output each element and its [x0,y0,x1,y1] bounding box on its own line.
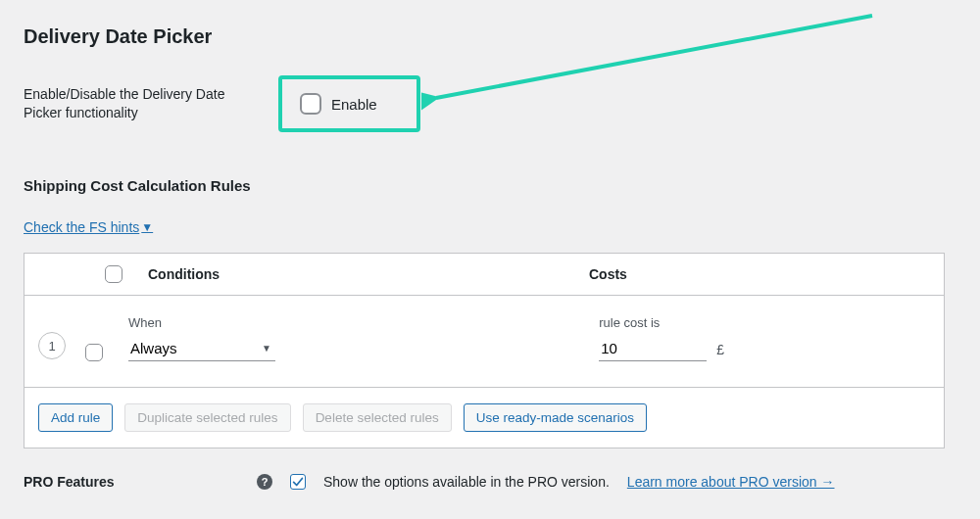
scenarios-button[interactable]: Use ready-made scenarios [464,403,647,432]
pro-learn-more-link[interactable]: Learn more about PRO version → [627,474,835,490]
enable-label: Enable/Disable the Delivery Date Picker … [24,85,239,122]
condition-field: When ▼ [128,315,275,361]
rules-table-head: Conditions Costs [24,254,944,296]
pro-toggle-checkbox[interactable] [290,474,306,490]
cost-field: rule cost is £ [599,315,724,361]
pro-features-label: PRO Features [24,474,239,490]
page-title: Delivery Date Picker [24,25,956,48]
row-select-checkbox[interactable] [85,344,103,361]
select-all-checkbox[interactable] [105,265,122,283]
enable-checkbox-label: Enable [331,96,377,113]
hints-link-text: Check the FS hints [24,219,139,235]
condition-select[interactable]: ▼ [128,336,275,361]
currency-label: £ [716,342,724,357]
help-icon[interactable]: ? [257,474,272,490]
enable-checkbox[interactable] [300,93,321,115]
rules-table: Conditions Costs 1 When ▼ rule cost is £ [24,253,945,448]
add-rule-button[interactable]: Add rule [38,403,113,432]
delete-rules-button[interactable]: Delete selected rules [303,403,452,432]
condition-select-input[interactable] [128,336,275,361]
rules-section-title: Shipping Cost Calculation Rules [24,177,956,194]
cost-input[interactable] [599,336,707,361]
triangle-down-icon: ▼ [141,220,153,234]
column-conditions: Conditions [148,266,569,282]
enable-highlight-box: Enable [278,75,420,132]
check-icon [291,475,305,489]
column-costs: Costs [589,266,627,282]
pro-toggle-label: Show the options available in the PRO ve… [323,474,610,490]
duplicate-rules-button[interactable]: Duplicate selected rules [124,403,290,432]
hints-link[interactable]: Check the FS hints ▼ [24,219,153,235]
row-number: 1 [38,332,66,359]
cost-label: rule cost is [599,315,707,330]
pro-features-row: PRO Features ? Show the options availabl… [24,474,956,490]
enable-row: Enable/Disable the Delivery Date Picker … [24,75,956,132]
when-label: When [128,315,275,330]
rules-table-footer: Add rule Duplicate selected rules Delete… [24,388,944,448]
table-row: 1 When ▼ rule cost is £ [24,296,944,388]
